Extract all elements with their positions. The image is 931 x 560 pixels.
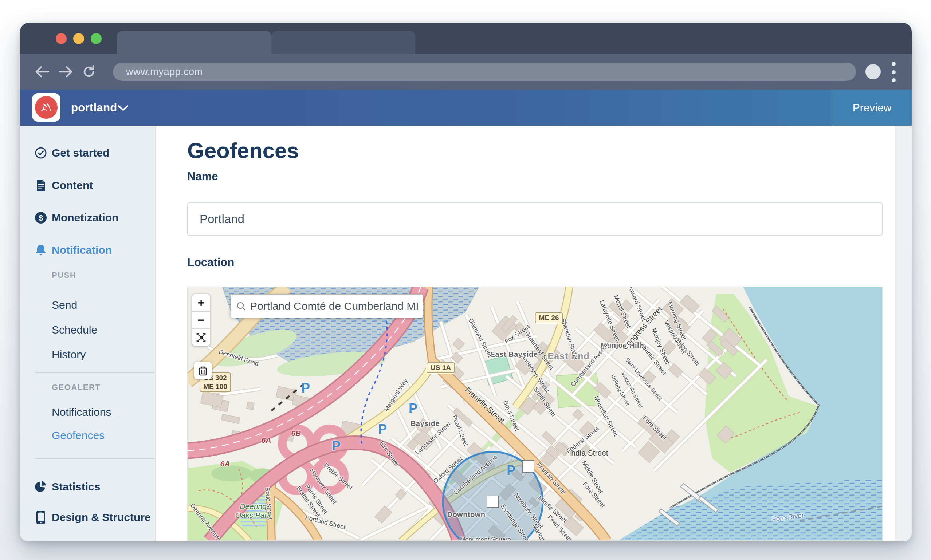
location-label: Location [187,256,234,269]
geofence-radius-handle[interactable] [522,460,534,472]
map-junction-label: 6A [220,460,230,468]
trash-icon [198,366,208,376]
sidebar-item-notification[interactable]: Notification [20,240,155,260]
dollar-circle-icon: $ [34,211,48,225]
browser-titlebar [20,23,912,54]
sidebar-item-history[interactable]: History [20,345,155,365]
sidebar-item-schedule[interactable]: Schedule [20,320,155,340]
map-street-label: Bayside [411,420,440,428]
map-junction-label: 6A [262,436,271,445]
map-zoom-control: + − [192,294,210,346]
map-canvas [188,287,883,541]
browser-profile-avatar[interactable] [865,64,881,79]
zoom-in-button[interactable]: + [192,294,210,312]
preview-button[interactable]: Preview [832,89,912,126]
map-street-label: Monument Square [460,536,511,541]
geofence-center-handle[interactable] [486,495,499,508]
map-search-box[interactable] [231,294,423,318]
geofence-map[interactable]: Deerfield RoadMarginal WayBaysideEast Ba… [187,286,883,541]
page-title: Geofences [187,138,299,163]
maximize-window-button[interactable] [91,33,102,44]
check-circle-icon [34,146,48,160]
forward-icon[interactable] [57,63,74,80]
search-icon [236,301,246,311]
sidebar-item-send[interactable]: Send [20,295,155,315]
sidebar-section-push: PUSH [52,271,76,280]
close-window-button[interactable] [56,33,67,44]
fullscreen-button[interactable] [192,329,210,346]
document-icon [34,178,48,192]
sidebar-item-label: Content [52,179,93,192]
sidebar-item-label: Notification [52,244,112,256]
browser-menu-icon[interactable] [890,62,897,82]
sidebar-section-geoalert: GEOALERT [52,383,100,392]
reload-icon[interactable] [80,63,97,80]
sidebar: Get started Content $ Monetization Notif… [20,126,155,542]
sidebar-item-monetization[interactable]: $ Monetization [20,208,155,228]
sidebar-divider [35,458,155,459]
portland-logo-icon [35,96,57,119]
sidebar-item-design-structure[interactable]: Design & Structure [20,507,155,528]
zoom-out-button[interactable]: − [192,312,210,329]
parking-marker: P [409,401,417,416]
back-icon[interactable] [34,63,51,80]
fullscreen-icon [196,333,206,342]
parking-marker: P [378,422,387,437]
browser-toolbar: www.myapp.com [20,54,912,89]
chevron-down-icon[interactable] [118,105,129,113]
workspace-name[interactable]: portland [71,89,117,126]
main-content: Geofences Name Location [156,126,912,542]
browser-tab-inactive[interactable] [271,31,415,54]
browser-tab-active[interactable] [117,31,271,54]
scroll-gutter[interactable] [895,126,912,542]
map-search-input[interactable] [250,300,421,312]
minimize-window-button[interactable] [73,33,84,44]
url-text: www.myapp.com [126,66,203,78]
parking-marker: P [507,463,516,478]
smartphone-icon [34,511,48,524]
map-route-badge: ME 26 [535,312,563,323]
url-bar[interactable]: www.myapp.com [113,63,856,81]
map-park-label: DeeringOaks Park [235,502,271,520]
map-street-label: East End [548,351,590,362]
pie-chart-icon [34,480,48,494]
sidebar-divider [35,372,155,373]
sidebar-item-statistics[interactable]: Statistics [20,477,155,497]
name-label: Name [187,170,218,183]
sidebar-item-label: Statistics [52,481,100,493]
sidebar-item-notifications[interactable]: Notifications [20,402,155,422]
bell-icon [34,243,48,257]
map-route-badge: US 1A [426,362,455,373]
sidebar-item-label: Get started [52,147,109,159]
sidebar-item-content[interactable]: Content [20,175,155,195]
sidebar-item-label: Design & Structure [52,511,151,524]
map-street-label: Downtown [447,511,485,519]
map-junction-label: 6B [291,429,301,438]
parking-marker: P [332,438,340,454]
sidebar-item-geofences[interactable]: Geofences [20,425,155,446]
workspace-logo[interactable] [32,93,60,122]
sidebar-item-get-started[interactable]: Get started [20,143,155,163]
app-header: portland Preview [20,89,912,126]
map-street-label: East Bayside [490,350,538,358]
svg-text:$: $ [38,213,43,223]
browser-window: www.myapp.com portland Preview [20,23,912,542]
name-input[interactable] [187,202,883,236]
parking-marker: P [301,380,310,396]
delete-geofence-button[interactable] [194,362,212,379]
sidebar-item-label: Monetization [52,212,118,224]
